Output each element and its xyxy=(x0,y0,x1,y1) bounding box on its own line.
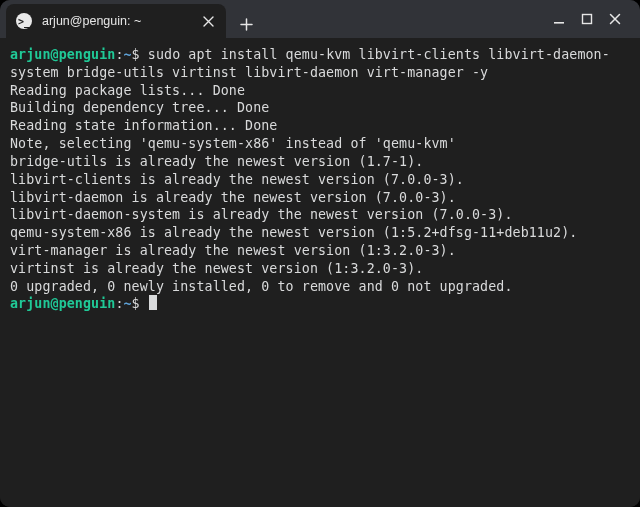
maximize-button[interactable] xyxy=(580,12,594,26)
terminal-body[interactable]: arjun@penguin:~$ sudo apt install qemu-k… xyxy=(0,38,640,507)
output-line: Reading state information... Done xyxy=(10,117,630,135)
output-line: Reading package lists... Done xyxy=(10,82,630,100)
output-line: bridge-utils is already the newest versi… xyxy=(10,153,630,171)
prompt-line: arjun@penguin:~$ sudo apt install qemu-k… xyxy=(10,46,630,82)
prompt-dollar: $ xyxy=(132,47,148,62)
output-line: 0 upgraded, 0 newly installed, 0 to remo… xyxy=(10,278,630,296)
cursor xyxy=(149,295,157,310)
output-line: Note, selecting 'qemu-system-x86' instea… xyxy=(10,135,630,153)
prompt-line: arjun@penguin:~$ xyxy=(10,295,630,313)
prompt-user-host: arjun@penguin xyxy=(10,47,115,62)
tab-title: arjun@penguin: ~ xyxy=(42,14,190,28)
output-line: virt-manager is already the newest versi… xyxy=(10,242,630,260)
terminal-icon: >_ xyxy=(16,13,32,29)
svg-rect-0 xyxy=(554,22,564,24)
output-line: libvirt-daemon-system is already the new… xyxy=(10,206,630,224)
terminal-window: >_ arjun@penguin: ~ arjun@penguin:~$ sud… xyxy=(0,0,640,507)
minimize-button[interactable] xyxy=(552,12,566,26)
svg-rect-1 xyxy=(583,15,592,24)
prompt-cwd: ~ xyxy=(123,47,131,62)
prompt-cwd: ~ xyxy=(123,296,131,311)
titlebar: >_ arjun@penguin: ~ xyxy=(0,0,640,38)
output-line: libvirt-clients is already the newest ve… xyxy=(10,171,630,189)
prompt-dollar: $ xyxy=(132,296,148,311)
close-tab-button[interactable] xyxy=(200,13,216,29)
output-line: qemu-system-x86 is already the newest ve… xyxy=(10,224,630,242)
output-line: Building dependency tree... Done xyxy=(10,99,630,117)
new-tab-button[interactable] xyxy=(232,10,260,38)
tab-active[interactable]: >_ arjun@penguin: ~ xyxy=(6,4,226,38)
output-line: virtinst is already the newest version (… xyxy=(10,260,630,278)
output-line: libvirt-daemon is already the newest ver… xyxy=(10,189,630,207)
prompt-user-host: arjun@penguin xyxy=(10,296,115,311)
tab-region: >_ arjun@penguin: ~ xyxy=(0,0,540,38)
close-window-button[interactable] xyxy=(608,12,622,26)
window-controls xyxy=(544,12,634,26)
